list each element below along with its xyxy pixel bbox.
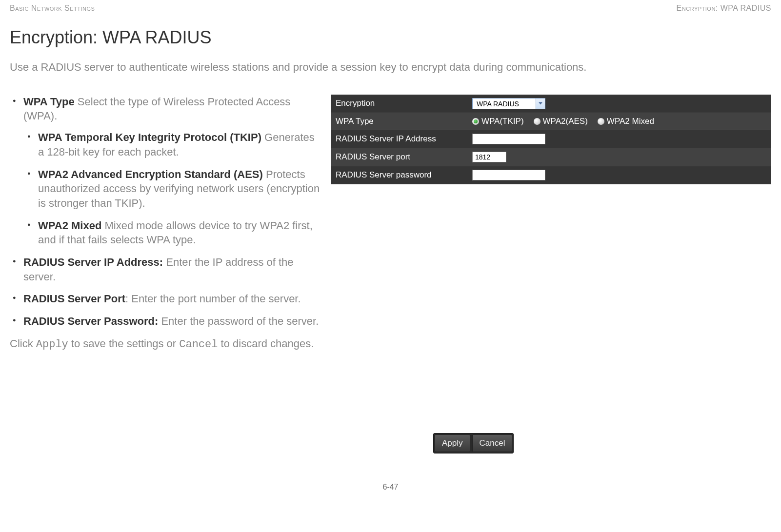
wpa-type-radio-group: WPA(TKIP) WPA2(AES) WPA2 Mixed	[472, 117, 766, 126]
closing-text: Click Apply to save the settings or Canc…	[10, 336, 321, 352]
sub-bullet-mixed: WPA2 Mixed Mixed mode allows device to t…	[38, 218, 321, 247]
bullet-radius-password: RADIUS Server Password: Enter the passwo…	[23, 314, 321, 329]
bullet-radius-port: RADIUS Server Port: Enter the port numbe…	[23, 292, 321, 306]
description-column: WPA Type Select the type of Wireless Pro…	[10, 95, 321, 453]
desc-radius-password: Enter the password of the server.	[158, 315, 319, 327]
row-radius-port: RADIUS Server port	[331, 148, 771, 166]
intro-text: Use a RADIUS server to authenticate wire…	[10, 60, 771, 75]
apply-button[interactable]: Apply	[435, 434, 470, 452]
term-radius-port: RADIUS Server Port	[23, 293, 125, 305]
settings-column: Encryption WPA RADIUS WPA Type	[331, 95, 771, 453]
closing-apply: Apply	[36, 338, 68, 351]
closing-mid: to save the settings or	[68, 337, 179, 350]
label-encryption: Encryption	[331, 95, 467, 113]
radio-label-aes: WPA2(AES)	[543, 117, 588, 126]
row-radius-password: RADIUS Server password	[331, 166, 771, 184]
label-wpa-type: WPA Type	[331, 113, 467, 130]
radio-wpa-tkip[interactable]: WPA(TKIP)	[472, 117, 524, 126]
label-radius-ip: RADIUS Server IP Address	[331, 130, 467, 148]
term-wpa-type: WPA Type	[23, 96, 75, 108]
radius-port-input[interactable]	[472, 152, 506, 162]
term-radius-password: RADIUS Server Password:	[23, 315, 158, 327]
bullet-radius-ip: RADIUS Server IP Address: Enter the IP a…	[23, 255, 321, 284]
closing-pre: Click	[10, 337, 36, 350]
desc-radius-port: : Enter the port number of the server.	[125, 293, 301, 305]
cancel-button[interactable]: Cancel	[472, 434, 513, 452]
term-radius-ip: RADIUS Server IP Address:	[23, 256, 163, 268]
header-right: Encryption: WPA RADIUS	[677, 4, 771, 13]
sub-bullet-tkip: WPA Temporal Key Integrity Protocol (TKI…	[38, 130, 321, 159]
radio-wpa2-aes[interactable]: WPA2(AES)	[534, 117, 588, 126]
radio-icon	[598, 118, 604, 125]
closing-cancel: Cancel	[179, 338, 218, 351]
radio-wpa2-mixed[interactable]: WPA2 Mixed	[598, 117, 654, 126]
button-bar: Apply Cancel	[433, 433, 514, 453]
chevron-down-icon	[536, 98, 545, 109]
closing-post: to discard changes.	[218, 337, 314, 350]
row-radius-ip: RADIUS Server IP Address	[331, 130, 771, 148]
row-wpa-type: WPA Type WPA(TKIP) WPA2(AES)	[331, 113, 771, 130]
radio-icon	[472, 118, 479, 125]
radio-icon	[534, 118, 541, 125]
term-tkip: WPA Temporal Key Integrity Protocol (TKI…	[38, 131, 261, 143]
radius-ip-input[interactable]	[472, 134, 545, 144]
radius-password-input[interactable]	[472, 170, 545, 180]
bullet-wpa-type: WPA Type Select the type of Wireless Pro…	[23, 95, 321, 247]
label-radius-port: RADIUS Server port	[331, 148, 467, 166]
page-number: 6-47	[10, 483, 771, 492]
radio-label-mixed: WPA2 Mixed	[607, 117, 654, 126]
page-header: Basic Network Settings Encryption: WPA R…	[10, 4, 771, 13]
term-aes: WPA2 Advanced Encryption Standard (AES)	[38, 168, 263, 180]
row-encryption: Encryption WPA RADIUS	[331, 95, 771, 113]
sub-bullet-aes: WPA2 Advanced Encryption Standard (AES) …	[38, 167, 321, 211]
term-mixed: WPA2 Mixed	[38, 219, 101, 232]
header-left: Basic Network Settings	[10, 4, 95, 13]
settings-panel: Encryption WPA RADIUS WPA Type	[331, 95, 771, 184]
radio-label-tkip: WPA(TKIP)	[481, 117, 524, 126]
encryption-select[interactable]: WPA RADIUS	[472, 98, 545, 109]
page-title: Encryption: WPA RADIUS	[10, 27, 771, 48]
encryption-select-value: WPA RADIUS	[472, 98, 536, 109]
label-radius-password: RADIUS Server password	[331, 166, 467, 184]
